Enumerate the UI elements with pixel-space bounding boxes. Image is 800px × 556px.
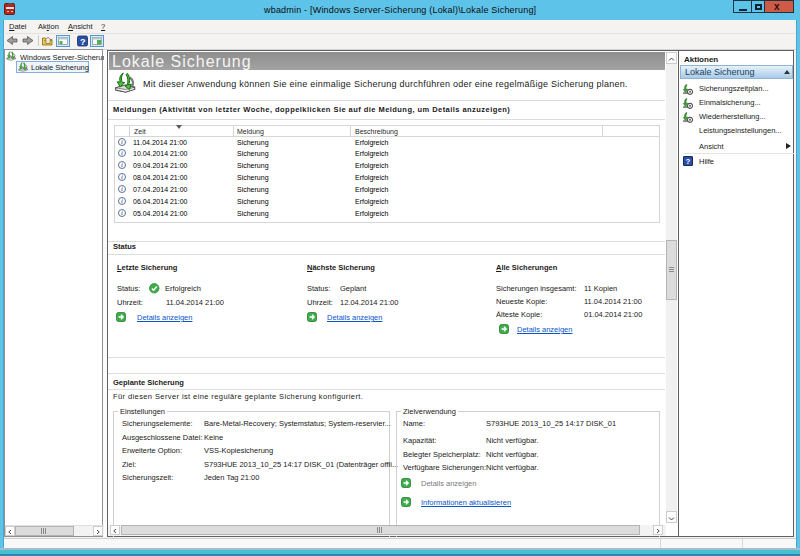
svg-text:?: ? [80, 37, 86, 47]
